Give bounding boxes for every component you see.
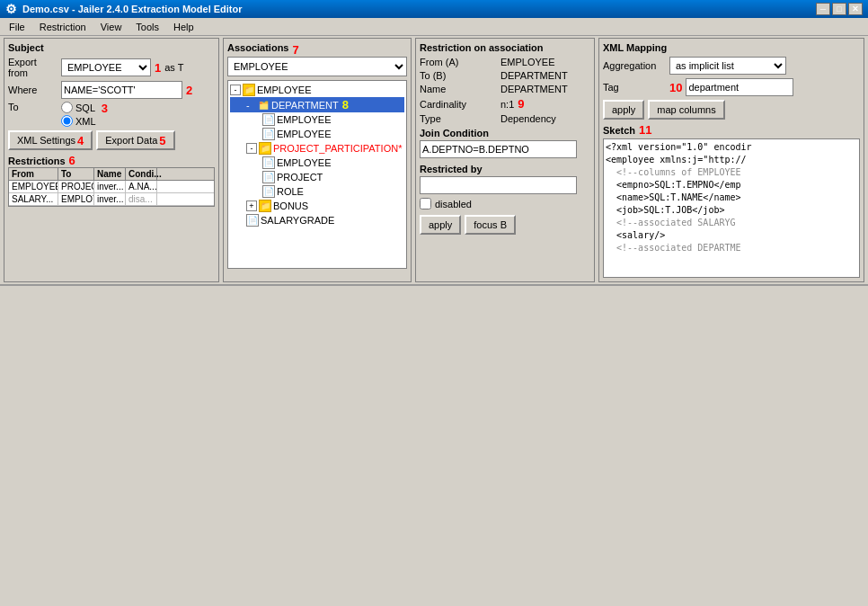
menu-view[interactable]: View	[93, 20, 129, 34]
apply-button-xml[interactable]: apply	[603, 100, 644, 120]
aggregation-select[interactable]: as implicit list	[669, 57, 786, 75]
restrictions-table: From To Name Condi... EMPLOYEE PROJECT..…	[8, 167, 215, 207]
doc-icon: 📄	[262, 171, 275, 183]
badge-5: 5	[159, 134, 165, 147]
table-row[interactable]: EMPLOYEE PROJECT... inver... A.NA...	[9, 181, 214, 193]
expander[interactable]: -	[246, 143, 257, 154]
sketch-area: <?xml version="1.0" encodir <employee xm…	[603, 138, 860, 278]
col-to: To	[58, 168, 94, 180]
close-button[interactable]: ✕	[848, 3, 863, 15]
tree-item-employee-root[interactable]: - 📁 EMPLOYEE	[230, 83, 404, 97]
maximize-button[interactable]: □	[832, 3, 846, 15]
folder-icon: 📁	[259, 200, 271, 212]
restricted-by-label: Restricted by	[420, 164, 590, 174]
badge-9: 9	[518, 97, 524, 111]
col-cond: Condi...	[126, 168, 157, 180]
from-a-value: EMPLOYEE	[500, 57, 555, 67]
tree-item-department[interactable]: - 🗂️ DEPARTMENT 8	[230, 97, 404, 112]
sql-radio[interactable]	[61, 102, 73, 113]
map-columns-button[interactable]: map columns	[648, 100, 724, 120]
where-label: Where	[8, 85, 58, 95]
restriction-assoc-panel: Restriction on association From (A) EMPL…	[415, 38, 595, 282]
cardinality-value: n:1	[500, 99, 514, 110]
disabled-checkbox[interactable]	[420, 198, 431, 209]
title-bar: ⚙ Demo.csv - Jailer 2.4.0 Extraction Mod…	[0, 0, 868, 18]
to-label: To	[8, 102, 58, 112]
disabled-label: disabled	[435, 199, 472, 209]
type-value: Dependency	[500, 113, 556, 124]
tree-item-proj-part[interactable]: - 📁 PROJECT_PARTICIPATION*	[230, 141, 404, 156]
col-name: Name	[94, 168, 126, 180]
associations-select[interactable]: EMPLOYEE	[227, 57, 407, 76]
cardinality-label: Cardinality	[420, 99, 500, 110]
folder-icon: 📁	[243, 84, 255, 96]
tree-area[interactable]: - 📁 EMPLOYEE - 🗂️ DEPARTMENT 8 📄 EMPLOYE…	[227, 80, 407, 269]
minimize-button[interactable]: ─	[816, 3, 830, 15]
apply-button-assoc[interactable]: apply	[420, 215, 461, 235]
expander[interactable]: -	[230, 85, 241, 95]
xml-settings-button[interactable]: XML Settings 4	[8, 130, 93, 150]
tag-input[interactable]	[686, 78, 793, 96]
associations-title: Associations	[227, 42, 288, 53]
menu-bar: File Restriction View Tools Help	[0, 18, 868, 36]
where-input[interactable]	[61, 81, 182, 99]
tree-item-emp2[interactable]: 📄 EMPLOYEE	[230, 127, 404, 141]
doc-icon: 📄	[262, 156, 275, 169]
tree-item-emp1[interactable]: 📄 EMPLOYEE	[230, 112, 404, 127]
badge-4: 4	[77, 134, 84, 147]
associations-panel: Associations 7 EMPLOYEE - 📁 EMPLOYEE - 🗂…	[223, 38, 412, 282]
expander[interactable]: +	[246, 201, 257, 211]
xml-label: XML	[75, 116, 96, 127]
folder-icon: 🗂️	[257, 99, 270, 111]
badge-7: 7	[292, 43, 298, 57]
badge-3: 3	[102, 102, 108, 115]
tree-item-project[interactable]: 📄 PROJECT	[230, 170, 404, 184]
focus-b-button[interactable]: focus B	[465, 215, 516, 235]
tag-label: Tag	[603, 82, 666, 93]
join-condition-input[interactable]	[420, 140, 577, 158]
xml-radio[interactable]	[61, 115, 73, 127]
export-data-button[interactable]: Export Data 5	[96, 130, 174, 150]
diagram-area[interactable]: dsl ⊞ SALARYGRADE GRADE INTEGER LOSAL IN…	[0, 284, 868, 286]
menu-restriction[interactable]: Restriction	[32, 20, 93, 34]
subject-panel: Subject Export from EMPLOYEE 1 as T Wher…	[4, 38, 219, 282]
sql-label: SQL	[75, 102, 95, 113]
col-from: From	[9, 168, 58, 180]
badge-8: 8	[342, 98, 349, 111]
subject-title: Subject	[8, 42, 215, 53]
from-a-label: From (A)	[420, 57, 500, 67]
type-label: Type	[420, 113, 500, 124]
badge-11: 11	[639, 123, 651, 137]
tree-item-role[interactable]: 📄 ROLE	[230, 184, 404, 199]
tree-item-bonus[interactable]: + 📁 BONUS	[230, 199, 404, 213]
name-label: Name	[420, 84, 500, 94]
folder-icon: 📁	[259, 142, 271, 155]
doc-icon: 📄	[262, 185, 275, 198]
aggregation-label: Aggregation	[603, 60, 666, 71]
tree-item-salarygrade[interactable]: 📄 SALARYGRADE	[230, 213, 404, 227]
xml-mapping-title: XML Mapping	[603, 42, 860, 53]
badge-10: 10	[669, 81, 682, 94]
doc-icon: 📄	[262, 128, 275, 140]
name-value: DEPARTMENT	[500, 84, 568, 94]
badge-1: 1	[155, 61, 161, 75]
sketch-label: Sketch	[603, 125, 635, 136]
doc-icon: 📄	[246, 214, 259, 227]
menu-file[interactable]: File	[2, 20, 32, 34]
restricted-by-input[interactable]	[420, 176, 577, 194]
restrictions-title: Restrictions	[8, 156, 66, 166]
xml-mapping-panel: XML Mapping Aggregation as implicit list…	[598, 38, 864, 282]
menu-tools[interactable]: Tools	[128, 20, 166, 34]
as-t-label: as T	[164, 62, 183, 73]
table-row[interactable]: SALARY... EMPLOYEE inver... disa...	[9, 193, 214, 206]
restriction-assoc-title: Restriction on association	[420, 42, 590, 53]
app-title: Demo.csv - Jailer 2.4.0 Extraction Model…	[22, 4, 243, 14]
doc-icon: 📄	[262, 113, 275, 126]
tree-item-emp3[interactable]: 📄 EMPLOYEE	[230, 156, 404, 170]
export-from-select[interactable]: EMPLOYEE	[61, 58, 151, 76]
top-panels: Subject Export from EMPLOYEE 1 as T Wher…	[0, 36, 868, 284]
menu-help[interactable]: Help	[166, 20, 201, 34]
expander: -	[246, 100, 257, 111]
to-b-value: DEPARTMENT	[500, 70, 568, 81]
join-cond-label: Join Condition	[420, 128, 590, 138]
